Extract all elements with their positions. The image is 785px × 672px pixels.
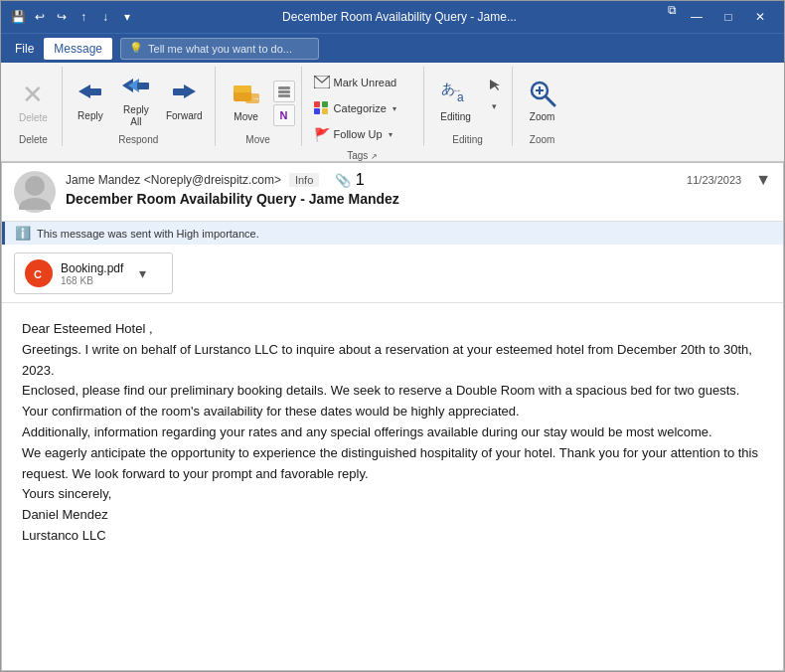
watermark: ∫∫ <box>642 651 760 670</box>
svg-line-23 <box>546 96 554 105</box>
window-title: December Room Availability Query - Jame.… <box>136 10 663 24</box>
maximize-button[interactable]: □ <box>712 1 744 33</box>
attachment-area: C Booking.pdf 168 KB ▾ <box>2 245 783 303</box>
translate-label: Editing <box>440 111 471 123</box>
svg-marker-5 <box>184 84 196 98</box>
forward-label: Forward <box>166 110 203 122</box>
mark-unread-icon <box>314 76 330 90</box>
zoom-icon <box>529 80 556 109</box>
more-icon[interactable]: ▾ <box>118 8 136 26</box>
svg-rect-12 <box>278 90 290 93</box>
reply-icon <box>78 81 103 108</box>
follow-up-label: Follow Up <box>334 128 383 140</box>
categorize-button[interactable]: Categorize ▾ <box>308 96 417 120</box>
svg-point-26 <box>25 176 45 196</box>
move-label: Move <box>234 111 257 123</box>
tell-me-input[interactable]: 💡 Tell me what you want to do... <box>120 38 319 60</box>
restore-icon[interactable]: ⧉ <box>663 1 681 19</box>
down-icon[interactable]: ↓ <box>96 8 114 26</box>
paperclip-icon: 📎 <box>335 173 351 188</box>
categorize-label: Categorize <box>334 102 387 114</box>
attachment-dropdown-icon[interactable]: ▾ <box>139 265 146 281</box>
forward-icon <box>171 81 197 108</box>
redo-icon[interactable]: ↪ <box>53 8 71 26</box>
respond-group-label: Respond <box>118 132 158 147</box>
move-icon: → <box>232 80 261 109</box>
email-body-text: Dear Esteemed Hotel , Greetings. I write… <box>22 319 763 547</box>
ribbon-group-zoom: Zoom Zoom <box>513 67 572 146</box>
ribbon-group-editing: あ a ↔ Editing ▾ Editing <box>424 67 513 146</box>
ribbon-group-move: → Move N Move <box>216 67 302 146</box>
title-bar: 💾 ↩ ↪ ↑ ↓ ▾ December Room Availability Q… <box>1 1 784 33</box>
svg-text:→: → <box>251 93 260 103</box>
mark-unread-button[interactable]: Mark Unread <box>308 71 417 94</box>
tags-expand-icon[interactable]: ↗ <box>371 152 378 161</box>
onenote-button[interactable]: N <box>273 104 295 126</box>
attachment-item[interactable]: C Booking.pdf 168 KB ▾ <box>14 252 173 294</box>
attachment-count-area: 📎 1 <box>335 171 364 189</box>
email-header: Jame Mandez <Noreply@dreispitz.com> Info… <box>2 163 783 222</box>
ribbon-group-delete: ✕ Delete Delete <box>5 67 63 146</box>
attachment-file-icon: C <box>25 259 53 287</box>
svg-text:↔: ↔ <box>452 84 462 95</box>
importance-icon: ℹ️ <box>15 226 31 241</box>
select-more-btn[interactable]: ▾ <box>484 96 506 116</box>
delete-button[interactable]: ✕ Delete <box>11 71 56 132</box>
move-group-label: Move <box>245 132 269 147</box>
svg-rect-1 <box>89 88 101 95</box>
reply-button[interactable]: Reply <box>69 71 112 132</box>
email-metadata: Jame Mandez <Noreply@dreispitz.com> Info… <box>66 171 741 207</box>
reply-all-button[interactable]: ReplyAll <box>114 71 158 132</box>
email-body: ∫∫ Dear Esteemed Hotel , Greetings. I wr… <box>2 303 783 670</box>
menu-bar: File Message 💡 Tell me what you want to … <box>1 33 784 63</box>
scroll-down-button[interactable]: ▼ <box>755 171 771 189</box>
ribbon-group-tags: Mark Unread Categorize <box>302 67 424 146</box>
translate-button[interactable]: あ a ↔ Editing <box>430 71 482 132</box>
delete-x-icon: ✕ <box>22 80 44 110</box>
zoom-label: Zoom <box>530 111 555 123</box>
email-subject: December Room Availability Query - Jame … <box>66 191 741 207</box>
quick-access-toolbar: 💾 ↩ ↪ ↑ ↓ ▾ <box>9 8 136 26</box>
importance-text: This message was sent with High importan… <box>37 228 259 240</box>
up-icon[interactable]: ↑ <box>75 8 92 26</box>
window-controls: ⧉ — □ ✕ <box>663 1 776 33</box>
categorize-arrow: ▾ <box>392 104 396 113</box>
reply-label: Reply <box>78 110 103 122</box>
menu-message[interactable]: Message <box>44 38 112 60</box>
mark-unread-label: Mark Unread <box>334 77 397 88</box>
attachment-count: 1 <box>356 171 365 188</box>
email-date: 11/23/2023 <box>687 174 741 186</box>
translate-icon: あ a ↔ <box>440 80 472 109</box>
svg-rect-6 <box>173 88 185 95</box>
sender-name: Jame Mandez <Noreply@dreispitz.com> <box>66 173 281 187</box>
close-button[interactable]: ✕ <box>744 1 776 33</box>
delete-group-label: Delete <box>19 132 48 147</box>
info-badge: Info <box>289 173 319 187</box>
zoom-group-label: Zoom <box>530 132 555 147</box>
forward-button[interactable]: Forward <box>160 71 209 132</box>
onenote-icon: N <box>280 109 288 121</box>
svg-rect-4 <box>137 83 149 89</box>
undo-icon[interactable]: ↩ <box>31 8 49 26</box>
rules-button[interactable] <box>273 81 295 102</box>
svg-text:C: C <box>34 268 42 280</box>
reply-all-label: ReplyAll <box>123 104 149 128</box>
importance-banner: ℹ️ This message was sent with High impor… <box>2 222 783 245</box>
attachment-name: Booking.pdf <box>61 261 123 275</box>
delete-label: Delete <box>19 112 48 123</box>
editing-group-label: Editing <box>452 132 483 147</box>
sender-avatar <box>14 171 56 213</box>
attachment-size: 168 KB <box>61 275 123 286</box>
zoom-button[interactable]: Zoom <box>519 71 566 132</box>
minimize-button[interactable]: — <box>681 1 712 33</box>
tell-me-placeholder: Tell me what you want to do... <box>148 43 292 55</box>
menu-file[interactable]: File <box>5 38 44 60</box>
reply-all-icon <box>122 75 150 102</box>
svg-rect-15 <box>314 101 320 107</box>
save-icon[interactable]: 💾 <box>9 8 27 26</box>
select-btn[interactable] <box>484 75 506 94</box>
svg-rect-17 <box>314 108 320 114</box>
move-button[interactable]: → Move <box>222 71 271 132</box>
follow-up-button[interactable]: 🚩 Follow Up ▾ <box>308 122 417 146</box>
follow-up-icon: 🚩 <box>314 127 330 142</box>
